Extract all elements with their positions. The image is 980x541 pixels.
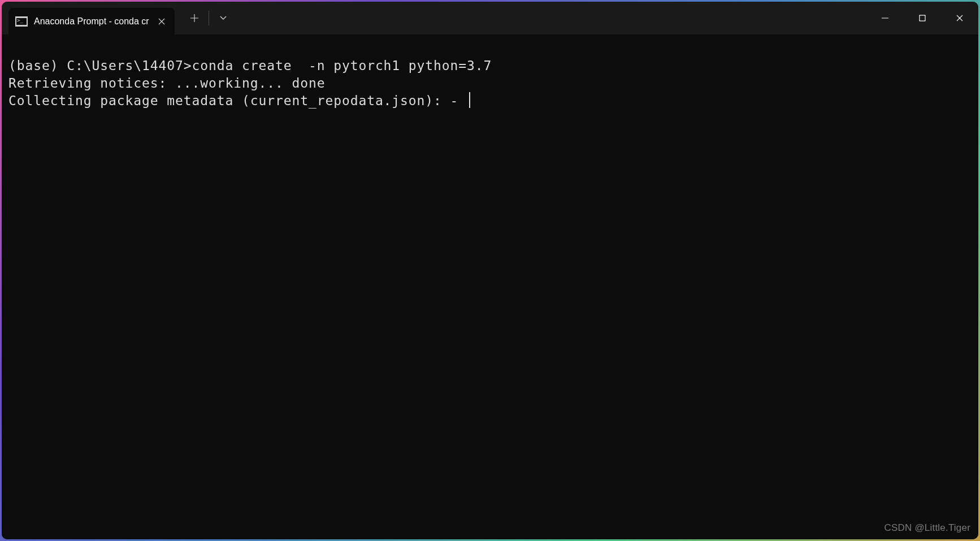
text-cursor — [469, 92, 470, 108]
close-window-button[interactable] — [941, 2, 978, 34]
titlebar[interactable]: Anaconda Prompt - conda cr — [2, 2, 978, 34]
new-tab-button[interactable] — [180, 5, 209, 32]
minimize-button[interactable] — [866, 2, 904, 34]
terminal-line-command: (base) C:\Users\14407>conda create -n py… — [8, 58, 492, 73]
tab-anaconda-prompt[interactable]: Anaconda Prompt - conda cr — [8, 8, 175, 34]
tab-title: Anaconda Prompt - conda cr — [34, 16, 149, 27]
close-tab-button[interactable] — [155, 15, 168, 28]
terminal-window: Anaconda Prompt - conda cr — [2, 2, 978, 539]
terminal-line-output: Retrieving notices: ...working... done — [8, 76, 325, 90]
tabs-area: Anaconda Prompt - conda cr — [2, 2, 175, 34]
window-controls — [866, 2, 978, 34]
svg-rect-0 — [920, 15, 925, 21]
tab-actions — [175, 2, 237, 34]
tab-dropdown-button[interactable] — [209, 5, 237, 32]
terminal-line-output: Collecting package metadata (current_rep… — [8, 93, 467, 108]
terminal-body[interactable]: (base) C:\Users\14407>conda create -n py… — [2, 34, 978, 539]
watermark: CSDN @Little.Tiger — [884, 522, 970, 535]
maximize-button[interactable] — [904, 2, 941, 34]
command-prompt-icon — [15, 16, 28, 27]
